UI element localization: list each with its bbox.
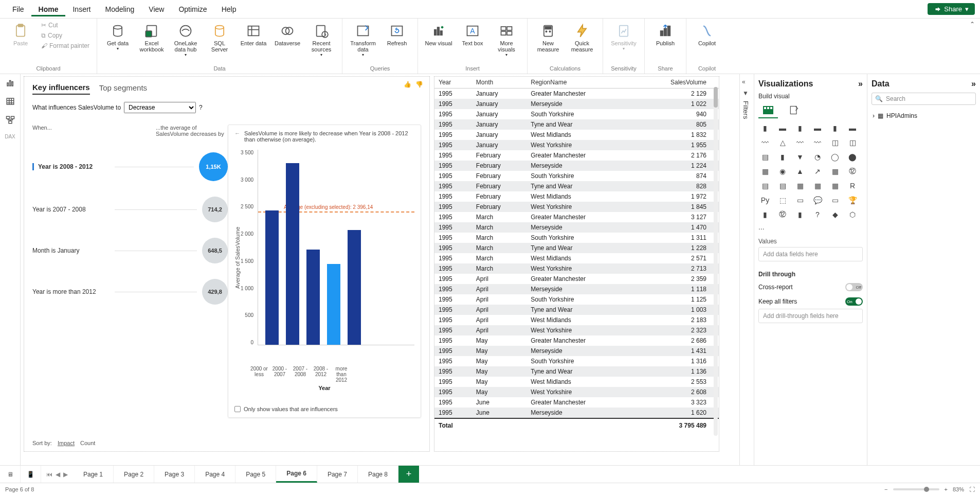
table-row[interactable]: 1995MayGreater Manchester2 686 <box>434 335 719 346</box>
only-influencers-checkbox[interactable]: Only show values that are influencers <box>234 406 338 412</box>
page-next-icon[interactable]: ▶ <box>63 471 68 478</box>
table-row[interactable]: 1995AprilTyne and Wear1 003 <box>434 305 719 315</box>
zoom-in-button[interactable]: + <box>945 486 948 492</box>
influencer-row[interactable]: Month is January648,5 <box>32 238 228 263</box>
cross-report-toggle[interactable]: Off <box>845 283 863 291</box>
table-visual[interactable]: YearMonthRegionNameSalesVolume 1995Janua… <box>434 76 719 452</box>
viz-type-icon[interactable]: ◔ <box>811 151 824 163</box>
viz-type-icon[interactable]: ▦ <box>828 180 842 191</box>
build-tab[interactable] <box>758 103 778 118</box>
viz-more-button[interactable]: ··· <box>758 223 863 234</box>
page-tab[interactable]: Page 5 <box>235 466 276 483</box>
table-row[interactable]: 1995FebruaryTyne and Wear828 <box>434 181 719 191</box>
key-influencers-visual[interactable]: Key influencers Top segments 👍 👎 What in… <box>24 76 430 452</box>
table-scrollbar[interactable] <box>714 87 718 436</box>
viz-type-icon[interactable]: ▤ <box>776 180 789 191</box>
viz-type-icon[interactable]: ⬡ <box>846 209 859 220</box>
viz-type-icon[interactable]: ▮ <box>828 122 842 134</box>
table-header[interactable]: Month <box>472 77 527 89</box>
menu-file[interactable]: File <box>5 2 31 16</box>
table-row[interactable]: 1995JanuaryMerseyside1 022 <box>434 99 719 109</box>
table-row[interactable]: 1995MayWest Midlands2 553 <box>434 377 719 387</box>
viz-type-icon[interactable]: ◯ <box>828 151 842 163</box>
table-row[interactable]: 1995MarchWest Yorkshire2 713 <box>434 263 719 274</box>
viz-type-icon[interactable]: ▬ <box>776 122 789 134</box>
viz-type-icon[interactable]: R <box>846 180 859 191</box>
page-tab[interactable]: Page 7 <box>317 466 358 483</box>
quick-measure-button[interactable]: Quick measure <box>567 21 597 55</box>
menu-optimize[interactable]: Optimize <box>171 2 214 16</box>
viz-type-icon[interactable]: ⬤ <box>846 151 859 163</box>
dax-view-icon[interactable]: DAX <box>5 134 15 139</box>
dataverse-button[interactable]: Dataverse <box>272 21 303 48</box>
viz-type-icon[interactable]: ◫ <box>828 137 842 148</box>
desktop-layout-icon[interactable]: 🖥 <box>0 466 21 483</box>
table-row[interactable]: 1995AprilWest Yorkshire2 323 <box>434 325 719 335</box>
viz-type-icon[interactable]: ▮ <box>793 209 807 220</box>
viz-type-icon[interactable]: ▮ <box>758 122 772 134</box>
copilot-button[interactable]: Copilot <box>692 21 722 48</box>
more-visuals-button[interactable]: More visuals▾ <box>491 21 522 59</box>
chart-bar[interactable] <box>348 230 361 345</box>
publish-button[interactable]: Publish <box>650 21 681 48</box>
chart-bar[interactable] <box>265 210 279 345</box>
back-arrow-icon[interactable]: ← <box>234 130 240 143</box>
chart-bar[interactable] <box>286 163 299 345</box>
table-row[interactable]: 1995FebruaryWest Midlands1 972 <box>434 191 719 202</box>
viz-type-icon[interactable]: ▦ <box>758 166 772 177</box>
table-row[interactable]: 1995FebruaryGreater Manchester2 176 <box>434 150 719 161</box>
values-drop-zone[interactable]: Add data fields here <box>758 247 863 261</box>
viz-type-icon[interactable]: ▼ <box>793 151 807 163</box>
text-box-button[interactable]: AText box <box>457 21 488 48</box>
table-row[interactable]: 1995MayTyne and Wear1 136 <box>434 366 719 377</box>
table-row[interactable]: 1995MarchSouth Yorkshire1 311 <box>434 233 719 243</box>
viz-type-icon[interactable]: 〰 <box>793 137 807 148</box>
table-row[interactable]: 1995JuneMerseyside1 620 <box>434 408 719 418</box>
page-tab[interactable]: Page 1 <box>73 466 114 483</box>
viz-type-icon[interactable]: ▦ <box>828 166 842 177</box>
viz-type-icon[interactable]: ▮ <box>793 122 807 134</box>
page-tab[interactable]: Page 3 <box>154 466 195 483</box>
report-canvas[interactable]: Key influencers Top segments 👍 👎 What in… <box>21 74 739 465</box>
table-row[interactable]: 1995MarchTyne and Wear1 228 <box>434 243 719 253</box>
influencer-row[interactable]: Year is 2008 - 20121,15K <box>32 152 228 181</box>
data-table-item[interactable]: › ▦ HPIAdmins <box>872 110 976 121</box>
new-measure-button[interactable]: New measure <box>533 21 564 55</box>
tab-top-segments[interactable]: Top segments <box>99 81 147 94</box>
new-visual-button[interactable]: New visual <box>423 21 454 48</box>
viz-type-icon[interactable]: ? <box>811 209 824 220</box>
ribbon-collapse-button[interactable]: ⌃ <box>965 19 980 30</box>
viz-type-icon[interactable]: ⬚ <box>776 195 789 206</box>
viz-type-icon[interactable]: ◆ <box>828 209 842 220</box>
menu-help[interactable]: Help <box>214 2 244 16</box>
table-row[interactable]: 1995MarchMerseyside1 470 <box>434 222 719 233</box>
cut-button[interactable]: ✂Cut <box>39 21 92 30</box>
copy-button[interactable]: ⧉Copy <box>39 31 92 40</box>
viz-type-icon[interactable]: ▭ <box>828 195 842 206</box>
page-tab[interactable]: Page 6 <box>276 466 317 483</box>
table-row[interactable]: 1995MarchWest Midlands2 571 <box>434 253 719 263</box>
get-data-button[interactable]: Get data▾ <box>102 21 133 53</box>
viz-type-icon[interactable]: ▦ <box>811 180 824 191</box>
menu-home[interactable]: Home <box>31 2 66 16</box>
viz-type-icon[interactable]: ▭ <box>793 195 807 206</box>
viz-type-icon[interactable]: ↗ <box>811 166 824 177</box>
sort-count-link[interactable]: Count <box>80 440 95 446</box>
mobile-layout-icon[interactable]: 📱 <box>21 466 41 483</box>
table-header[interactable]: Year <box>434 77 472 89</box>
viz-type-icon[interactable]: ▤ <box>758 180 772 191</box>
chart-bar[interactable] <box>306 250 320 345</box>
table-row[interactable]: 1995MaySouth Yorkshire1 316 <box>434 356 719 366</box>
viz-type-icon[interactable]: ⑫ <box>846 166 859 177</box>
ki-direction-select[interactable]: Decrease <box>124 102 196 113</box>
menu-modeling[interactable]: Modeling <box>98 2 141 16</box>
format-painter-button[interactable]: 🖌Format painter <box>39 41 92 50</box>
format-tab[interactable] <box>784 103 804 118</box>
table-header[interactable]: SalesVolume <box>631 77 719 89</box>
fit-page-icon[interactable]: ⛶ <box>969 486 975 492</box>
enter-data-button[interactable]: Enter data <box>238 21 269 48</box>
table-row[interactable]: 1995MarchGreater Manchester3 127 <box>434 212 719 222</box>
page-tab[interactable]: Page 4 <box>195 466 235 483</box>
thumbs-up-icon[interactable]: 👍 <box>404 81 411 88</box>
menu-insert[interactable]: Insert <box>65 2 98 16</box>
